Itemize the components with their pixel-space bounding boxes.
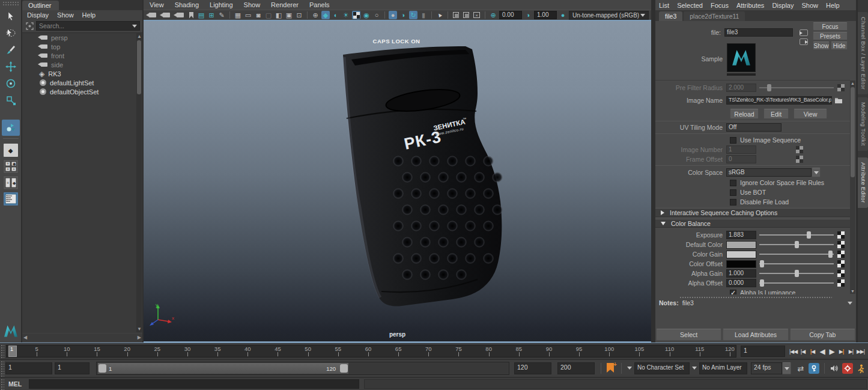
map-button-icon[interactable] xyxy=(796,156,803,163)
camera-attributes-icon[interactable] xyxy=(177,13,184,17)
map-button-icon[interactable] xyxy=(796,146,803,153)
ae-vertical-scrollbar[interactable]: ▲ ▼ xyxy=(850,81,855,294)
image-plane-toggle-icon[interactable]: × xyxy=(473,12,480,18)
single-pane-layout-button[interactable]: ◆ xyxy=(3,143,19,157)
scroll-left-icon[interactable]: ◀ xyxy=(23,335,27,340)
map-button-icon[interactable] xyxy=(837,270,845,277)
range-end-handle[interactable] xyxy=(340,364,348,373)
step-forward-key-button[interactable]: ▶| xyxy=(837,346,846,357)
object-selection-icon[interactable]: ▲ xyxy=(436,11,444,19)
color-offset-swatch[interactable] xyxy=(726,260,756,268)
view-transform-dropdown[interactable]: Un-tone-mapped (sRGB) xyxy=(569,11,649,20)
textured-icon[interactable]: ◐ xyxy=(332,11,340,19)
color-space-dropdown-arrow[interactable] xyxy=(812,168,821,177)
screen-space-ao-icon[interactable]: ◉ xyxy=(362,11,371,19)
map-button-icon[interactable] xyxy=(837,260,845,267)
step-back-key-button[interactable]: |◀ xyxy=(808,346,817,357)
lasso-tool-button[interactable] xyxy=(2,25,20,41)
scroll-up-icon[interactable]: ▲ xyxy=(137,34,142,39)
viewport-menu-lighting[interactable]: Lighting xyxy=(210,1,233,8)
paint-select-tool-button[interactable] xyxy=(2,41,20,58)
animation-end-field[interactable]: 200 xyxy=(557,362,595,374)
viewport-canvas[interactable]: РК-3 ЗЕНИТКА ™ www.zenitco.ru CAPS LOCK … xyxy=(144,20,651,343)
add-bookmark-icon[interactable]: + xyxy=(613,361,617,368)
outliner-persp-layout-button[interactable] xyxy=(3,192,19,206)
alpha-offset-slider[interactable] xyxy=(759,279,834,287)
input-connection-icon[interactable] xyxy=(800,29,808,36)
last-tool-button[interactable] xyxy=(2,120,20,136)
bookmark-icon[interactable] xyxy=(189,12,193,19)
scroll-down-icon[interactable]: ▼ xyxy=(851,289,855,293)
use-bot-checkbox[interactable] xyxy=(730,189,736,196)
playback-end-field[interactable]: 120 xyxy=(514,362,551,374)
focus-button[interactable]: Focus xyxy=(813,22,848,31)
outliner-menu-display[interactable]: Display xyxy=(27,11,49,19)
time-slider-grip[interactable] xyxy=(0,344,4,359)
exposure-slider[interactable] xyxy=(759,231,834,239)
alpha-gain-slider[interactable] xyxy=(759,270,834,277)
plugin-shading-icon[interactable]: ▮ xyxy=(419,11,428,19)
ae-menu-selected[interactable]: Selected xyxy=(677,2,703,9)
flat-lighting-icon[interactable]: ◑ xyxy=(399,11,407,19)
viewport-menu-renderer[interactable]: Renderer xyxy=(271,1,299,8)
reload-button[interactable]: Reload xyxy=(730,109,759,119)
outliner-item-side[interactable]: side xyxy=(22,60,142,69)
section-color-balance[interactable]: Color Balance xyxy=(655,219,850,228)
color-space-dropdown[interactable]: sRGB xyxy=(726,168,812,177)
select-camera-icon[interactable] xyxy=(149,13,156,17)
scroll-up-icon[interactable]: ▲ xyxy=(851,81,855,85)
time-slider-track[interactable]: 1 51015202530354045505560657075808590951… xyxy=(6,345,736,358)
range-slider-grip[interactable] xyxy=(0,360,4,377)
toolbox-grip[interactable] xyxy=(2,1,19,6)
tab-place2dtexture11[interactable]: place2dTexture11 xyxy=(684,11,745,21)
auto-keyframe-button[interactable] xyxy=(809,363,819,374)
use-image-sequence-checkbox[interactable] xyxy=(730,137,736,144)
default-color-slider[interactable] xyxy=(759,241,834,248)
map-button-icon[interactable] xyxy=(837,231,845,239)
ae-menu-list[interactable]: List xyxy=(659,2,669,9)
search-input[interactable]: Search... xyxy=(36,21,140,31)
default-color-swatch[interactable] xyxy=(726,241,756,249)
notes-resize-handle[interactable] xyxy=(679,296,832,299)
outliner-item-defaultlightset[interactable]: defaultLightSet xyxy=(22,78,142,87)
outliner-item-rk3[interactable]: ◈RK3 xyxy=(22,69,142,78)
grid-icon[interactable]: ▦ xyxy=(234,11,242,19)
select-button[interactable]: Select xyxy=(656,329,721,341)
color-managed-icon[interactable]: ● xyxy=(559,11,567,19)
outliner-menu-show[interactable]: Show xyxy=(57,11,74,19)
color-offset-slider[interactable] xyxy=(759,260,834,267)
playback-start-field[interactable]: 1 xyxy=(55,362,90,374)
outliner-vertical-scrollbar[interactable]: ▲ ▼ xyxy=(136,33,142,332)
exposure-field[interactable]: 1.883 xyxy=(726,231,756,239)
image-number-field[interactable]: 1 xyxy=(726,145,756,154)
motion-blur-icon[interactable]: ○ xyxy=(372,11,381,19)
animation-start-field[interactable]: 1 xyxy=(5,362,52,374)
anim-layer-menu-icon[interactable] xyxy=(692,367,697,370)
copy-tab-button[interactable]: Copy Tab xyxy=(790,329,855,341)
safe-title-icon[interactable]: ⊡ xyxy=(295,11,303,19)
command-line-grip[interactable] xyxy=(0,378,4,390)
command-line-input[interactable] xyxy=(29,379,359,389)
notes-value[interactable]: file3 xyxy=(682,299,694,306)
animation-preferences-button[interactable] xyxy=(842,363,853,374)
color-gain-slider[interactable] xyxy=(759,251,834,258)
view-button[interactable]: View xyxy=(794,109,827,119)
2d-pan-zoom-icon[interactable]: ⊞ xyxy=(207,11,216,19)
map-button-icon[interactable] xyxy=(837,241,845,248)
range-start-handle[interactable] xyxy=(99,364,106,373)
smooth-shade-icon[interactable]: ◆ xyxy=(321,11,330,19)
frame-offset-field[interactable]: 0 xyxy=(726,155,756,163)
presets-button[interactable]: Presets xyxy=(813,32,848,40)
lock-camera-icon[interactable] xyxy=(163,13,170,17)
sample-swatch[interactable] xyxy=(727,43,756,72)
outliner-menu-help[interactable]: Help xyxy=(82,11,96,19)
scrollbar-thumb[interactable] xyxy=(137,40,141,94)
ae-menu-display[interactable]: Display xyxy=(772,2,794,9)
two-pane-layout-button[interactable]: +◆ xyxy=(3,175,19,190)
playback-range-bar[interactable]: 1 120 xyxy=(98,363,348,374)
tab-attribute-editor[interactable]: Attribute Editor xyxy=(858,157,868,208)
tab-file3[interactable]: file3 xyxy=(659,11,682,21)
folder-browse-icon[interactable] xyxy=(834,97,843,104)
mute-audio-button[interactable] xyxy=(829,363,840,374)
fps-dropdown-arrow[interactable] xyxy=(782,362,791,374)
